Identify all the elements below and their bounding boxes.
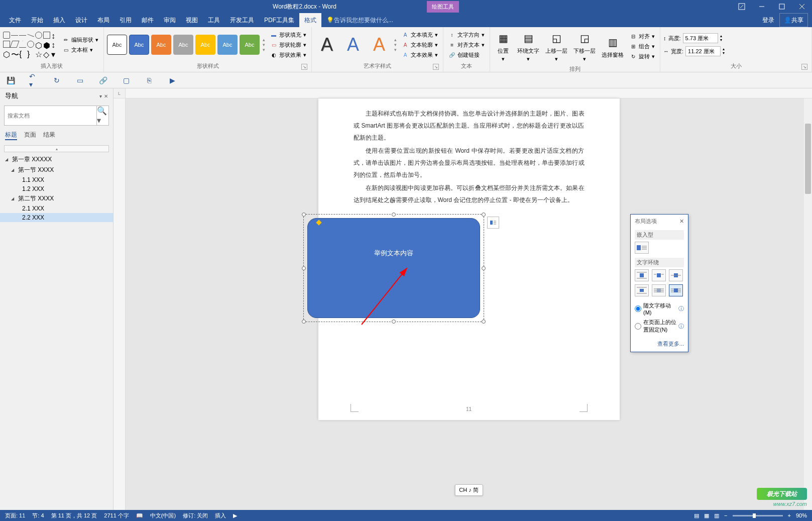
- present-icon[interactable]: ▶: [168, 76, 177, 85]
- paragraph-2[interactable]: 使用在需要位置出现的新按钮在 Word 中保存时间。若要更改图片适应文档的方式，…: [354, 145, 585, 181]
- nav-search-input[interactable]: [5, 106, 96, 125]
- nav-item-2-1[interactable]: 2.1 XXX: [0, 204, 113, 213]
- shape-fill-button[interactable]: ▬形状填充 ▾: [268, 30, 308, 40]
- dialog-launcher-wordart[interactable]: ↘: [433, 64, 439, 70]
- view-print-icon[interactable]: ▦: [704, 512, 709, 519]
- bring-forward-button[interactable]: ◱上移一层▾: [543, 28, 569, 64]
- resize-handle-mr[interactable]: [482, 266, 486, 270]
- nav-close-icon[interactable]: ✕: [104, 93, 108, 99]
- text-effects-button[interactable]: A文本效果 ▾: [400, 50, 440, 60]
- shape-text[interactable]: 举例文本内容: [374, 249, 413, 258]
- zoom-slider[interactable]: [733, 515, 783, 516]
- shape-outline-button[interactable]: ▭形状轮廓 ▾: [268, 40, 308, 50]
- paragraph-3[interactable]: 在新的阅读视图中阅读更加容易。可以折叠文档某些部分并关注所需文本。如果在达到结尾…: [354, 182, 585, 206]
- width-input[interactable]: [685, 46, 721, 56]
- text-fill-button[interactable]: A文本填充 ▾: [400, 30, 440, 40]
- status-mode[interactable]: 插入: [215, 512, 226, 519]
- resize-handle-bm[interactable]: [392, 320, 396, 324]
- save-icon[interactable]: 💾: [6, 76, 15, 85]
- tab-layout[interactable]: 布局: [92, 13, 114, 27]
- create-link-button[interactable]: 🔗创建链接: [446, 50, 487, 60]
- align-text-button[interactable]: ≡对齐文本 ▾: [446, 40, 487, 50]
- info-icon[interactable]: ⓘ: [678, 323, 684, 330]
- layout-move-with-text[interactable]: 随文字移动(M) ⓘ: [635, 300, 684, 317]
- tab-references[interactable]: 引用: [114, 13, 137, 27]
- nav-dropdown-icon[interactable]: ▾: [99, 93, 102, 99]
- status-spell-icon[interactable]: 📖: [136, 512, 143, 519]
- nav-item-s1[interactable]: ◢第一节 XXXX: [0, 165, 113, 175]
- paragraph-1[interactable]: 主题和样式也有助于文档保持协调。当您单击设计并选择新的主题时，图片、图表或 Sm…: [354, 108, 585, 144]
- tab-design[interactable]: 设计: [70, 13, 92, 27]
- resize-handle-ml[interactable]: [302, 266, 306, 270]
- text-direction-button[interactable]: ↕文字方向 ▾: [446, 30, 487, 40]
- tab-file[interactable]: 文件: [4, 13, 26, 27]
- align-objects-button[interactable]: ⊟对齐 ▾: [628, 31, 657, 41]
- dialog-launcher-shape[interactable]: ↘: [301, 64, 307, 70]
- tab-format[interactable]: 格式: [299, 13, 321, 27]
- wordart-style-3[interactable]: A: [367, 34, 391, 55]
- radio-move-with-text[interactable]: [635, 305, 641, 312]
- style-swatch-blue[interactable]: Abc: [129, 35, 149, 55]
- view-read-icon[interactable]: ▤: [694, 512, 699, 519]
- layout-inline-icon[interactable]: [635, 242, 649, 254]
- tab-mailings[interactable]: 邮件: [137, 13, 159, 27]
- nav-item-ch1[interactable]: ◢第一章 XXXXX: [0, 154, 113, 165]
- zoom-thumb[interactable]: [753, 513, 756, 518]
- redo-icon[interactable]: ↻: [52, 76, 61, 85]
- close-button[interactable]: [792, 0, 812, 13]
- height-spinner[interactable]: ▴▾: [720, 34, 722, 42]
- zoom-in[interactable]: +: [788, 512, 791, 518]
- ruler-horizontal[interactable]: [126, 88, 812, 98]
- info-icon[interactable]: ⓘ: [678, 305, 684, 312]
- view-web-icon[interactable]: ▥: [714, 512, 719, 519]
- edit-shape-button[interactable]: ✏编辑形状 ▾: [60, 35, 100, 45]
- resize-handle-tm[interactable]: [392, 213, 396, 217]
- vertical-scrollbar[interactable]: [804, 98, 812, 510]
- undo-icon[interactable]: ↶ ▾: [29, 76, 38, 85]
- ribbon-display-options[interactable]: [732, 0, 752, 13]
- tab-developer[interactable]: 开发工具: [225, 13, 259, 27]
- contextual-tab-drawing-tools[interactable]: 绘图工具: [427, 1, 459, 13]
- wordart-style-2[interactable]: A: [341, 34, 365, 55]
- corner-adjust-handle[interactable]: [316, 220, 321, 225]
- height-input[interactable]: [683, 33, 718, 43]
- layout-popup-close[interactable]: ✕: [679, 218, 684, 225]
- style-swatch-lightblue[interactable]: Abc: [217, 35, 238, 55]
- style-swatch-orange[interactable]: Abc: [151, 35, 171, 55]
- rotate-button[interactable]: ↻旋转 ▾: [628, 51, 657, 61]
- status-track[interactable]: 修订: 关闭: [183, 512, 208, 519]
- selection-pane-button[interactable]: ▥选择窗格: [600, 32, 626, 61]
- status-page[interactable]: 页面: 11: [5, 512, 25, 519]
- nav-item-2-2[interactable]: 2.2 XXX: [0, 213, 113, 222]
- status-section[interactable]: 节: 4: [32, 512, 44, 519]
- nav-tab-results[interactable]: 结果: [43, 131, 55, 140]
- tab-insert[interactable]: 插入: [48, 13, 70, 27]
- status-macro-icon[interactable]: ▶: [233, 512, 237, 519]
- maximize-button[interactable]: [772, 0, 792, 13]
- link-icon[interactable]: 🔗: [98, 76, 107, 85]
- status-page-of[interactable]: 第 11 页，共 12 页: [51, 512, 97, 519]
- tab-review[interactable]: 审阅: [159, 13, 181, 27]
- rotate-handle[interactable]: ⟳: [390, 197, 398, 205]
- group-button[interactable]: ⊞组合 ▾: [628, 41, 657, 51]
- layout-wrap-front[interactable]: [669, 284, 683, 296]
- style-swatch-outline[interactable]: Abc: [107, 35, 127, 55]
- style-swatch-green[interactable]: Abc: [240, 35, 260, 55]
- new-icon[interactable]: ▭: [75, 76, 84, 85]
- login-button[interactable]: 登录: [757, 13, 779, 27]
- document-area[interactable]: 主题和样式也有助于文档保持协调。当您单击设计并选择新的主题时，图片、图表或 Sm…: [126, 88, 812, 510]
- wrap-text-button[interactable]: ▤环绕文字▾: [515, 28, 541, 64]
- shape-body[interactable]: 举例文本内容: [307, 218, 480, 318]
- shape-rounded-rect[interactable]: ⟳ 举例文本内容: [303, 214, 484, 322]
- style-swatch-gray[interactable]: Abc: [173, 35, 193, 55]
- resize-handle-br[interactable]: [482, 320, 486, 324]
- layout-wrap-behind[interactable]: [652, 284, 666, 296]
- position-button[interactable]: ▦位置▾: [493, 28, 513, 64]
- layout-wrap-square[interactable]: [635, 269, 649, 281]
- nav-collapse-bar[interactable]: ▴: [4, 145, 109, 152]
- dialog-launcher-size[interactable]: ↘: [801, 64, 807, 70]
- resize-handle-tl[interactable]: [302, 213, 306, 217]
- open-icon[interactable]: ▢: [122, 76, 131, 85]
- nav-tab-headings[interactable]: 标题: [5, 131, 17, 140]
- layout-fix-position[interactable]: 在页面上的位置固定(N) ⓘ: [635, 317, 684, 335]
